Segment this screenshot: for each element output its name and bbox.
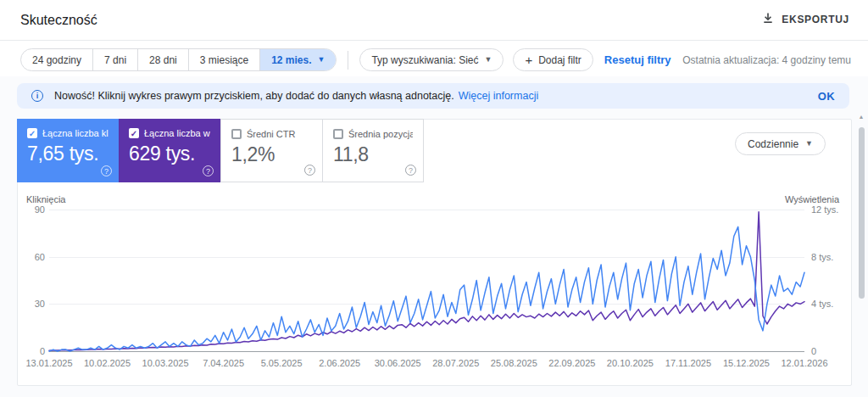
metric-label: Średni CTR [247, 129, 295, 139]
metric-card-header: Średni CTR [231, 129, 312, 139]
filter-divider [348, 51, 348, 70]
chevron-down-icon: ▼ [805, 140, 813, 148]
reset-filters-link[interactable]: Resetuj filtry [604, 53, 671, 66]
series-line-Kliknięcia[interactable] [49, 226, 804, 351]
metric-card-impressions[interactable]: ✓ Łączna liczba wy... 629 tys. ? [119, 119, 220, 182]
range-chip-label: 28 dni [149, 54, 177, 66]
granularity-dropdown[interactable]: Codziennie ▼ [735, 132, 826, 155]
banner-ok-button[interactable]: OK [818, 90, 835, 103]
vertical-scrollbar[interactable]: ▲ [854, 109, 868, 397]
search-type-label: Typ wyszukiwania: Sieć [371, 54, 478, 66]
metric-label: Łączna liczba klik... [42, 128, 108, 138]
plus-icon: + [525, 53, 532, 66]
search-type-filter[interactable]: Typ wyszukiwania: Sieć ▼ [359, 48, 504, 71]
range-chip-label: 12 mies. [271, 54, 311, 66]
filter-row: 24 godziny 7 dni 28 dni 3 miesiące 12 mi… [20, 48, 851, 71]
range-chip-label: 3 miesiące [200, 54, 248, 66]
checkbox-checked-icon[interactable]: ✓ [27, 128, 37, 138]
scrollbar-up-arrow[interactable]: ▲ [854, 114, 868, 120]
checkbox-checked-icon[interactable]: ✓ [129, 128, 139, 138]
help-icon[interactable]: ? [405, 165, 416, 176]
metric-cards: ✓ Łączna liczba klik... 7,65 tys. ? ✓ Łą… [17, 119, 424, 182]
add-filter-label: Dodaj filtr [538, 54, 581, 66]
banner-text: Nowość! Kliknij wykres prawym przyciskie… [54, 90, 454, 102]
scrollbar-thumb[interactable] [859, 127, 865, 299]
metric-value: 629 tys. [129, 143, 210, 165]
performance-panel: ✓ Łączna liczba klik... 7,65 tys. ? ✓ Łą… [17, 119, 852, 386]
annotation-banner: i Nowość! Kliknij wykres prawym przycisk… [17, 83, 849, 109]
range-chip-7d[interactable]: 7 dni [92, 49, 137, 70]
checkbox-unchecked-icon[interactable] [231, 129, 242, 139]
metric-card-position[interactable]: Średnia pozycja 11,8 ? [322, 119, 424, 182]
metric-card-header: Średnia pozycja [333, 129, 413, 139]
range-chip-label: 24 godziny [32, 54, 81, 66]
metric-card-header: ✓ Łączna liczba wy... [129, 128, 210, 138]
metric-value: 7,65 tys. [27, 143, 108, 165]
metric-label: Średnia pozycja [348, 129, 413, 139]
granularity-label: Codziennie [748, 138, 798, 150]
performance-page: Skuteczność EKSPORTUJ 24 godziny 7 dni 2… [0, 0, 868, 397]
banner-more-info-link[interactable]: Więcej informacji [459, 90, 538, 102]
metric-label: Łączna liczba wy... [144, 128, 210, 138]
metric-card-clicks[interactable]: ✓ Łączna liczba klik... 7,65 tys. ? [17, 119, 119, 182]
metric-card-header: ✓ Łączna liczba klik... [27, 128, 108, 138]
help-icon[interactable]: ? [101, 165, 112, 176]
range-chip-12m-selected[interactable]: 12 mies. ▼ [259, 49, 336, 70]
top-bar: Skuteczność EKSPORTUJ [0, 0, 868, 41]
metric-value: 1,2% [231, 143, 312, 166]
chart-lines[interactable] [18, 192, 851, 385]
metric-card-ctr[interactable]: Średni CTR 1,2% ? [220, 119, 322, 182]
metric-value: 11,8 [333, 143, 413, 166]
info-icon: i [31, 90, 43, 102]
date-range-group: 24 godziny 7 dni 28 dni 3 miesiące 12 mi… [20, 48, 337, 71]
range-chip-label: 7 dni [104, 54, 126, 66]
page-title: Skuteczność [20, 13, 97, 28]
series-line-Wyświetlenia[interactable] [49, 212, 804, 350]
range-chip-28d[interactable]: 28 dni [137, 49, 188, 70]
checkbox-unchecked-icon[interactable] [333, 129, 343, 139]
help-icon[interactable]: ? [203, 165, 214, 176]
help-icon[interactable]: ? [304, 165, 315, 176]
performance-chart[interactable]: Kliknięcia Wyświetlenia 030609004 tys.8 … [18, 192, 851, 385]
export-label: EKSPORTUJ [782, 14, 849, 25]
range-chip-24h[interactable]: 24 godziny [21, 49, 92, 70]
add-filter-button[interactable]: + Dodaj filtr [513, 48, 593, 71]
download-icon [762, 12, 774, 26]
last-update-text: Ostatnia aktualizacja: 4 godziny temu [682, 54, 851, 66]
export-button[interactable]: EKSPORTUJ [762, 12, 849, 26]
range-chip-3m[interactable]: 3 miesiące [188, 49, 259, 70]
chevron-down-icon: ▼ [484, 56, 492, 64]
chevron-down-icon: ▼ [318, 56, 326, 64]
